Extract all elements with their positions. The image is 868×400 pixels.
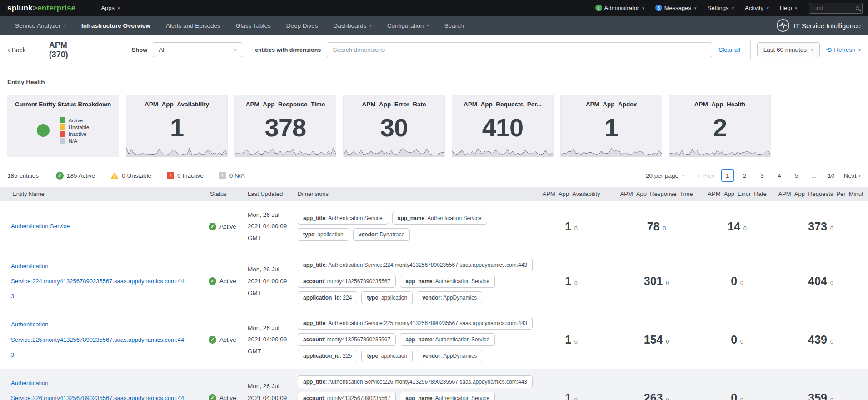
nav-item-configuration[interactable]: Configuration▾ (379, 16, 437, 35)
caret-down-icon: ▾ (694, 6, 697, 10)
entities-total: 185 entities (7, 172, 39, 179)
nav-item-dashboards[interactable]: Dashboards▾ (326, 16, 379, 35)
clear-all-link[interactable]: Clear all (718, 46, 740, 53)
administrator-menu[interactable]: i Administrator▾ (590, 0, 650, 16)
dimension-chip-app_name[interactable]: app_name: Authentication Service (400, 392, 495, 400)
metric-sparkline (235, 144, 336, 157)
page-button-4[interactable]: 4 (773, 169, 786, 182)
metric-value: 1 (565, 391, 571, 400)
apps-menu[interactable]: Apps▾ (95, 0, 125, 16)
chevron-left-icon: ‹ (698, 172, 700, 179)
legend-label: Inactive (69, 131, 87, 137)
refresh-button[interactable]: ⟲ Refresh ▾ (826, 46, 861, 54)
column-header-apm-app-response-time[interactable]: APM_App_Response_Time (612, 190, 701, 197)
entities-with-dimensions-label: entities with dimensions (255, 47, 321, 53)
dimension-chip-vendor[interactable]: vendor: AppDynamics (417, 350, 482, 362)
settings-menu[interactable]: Settings▾ (702, 0, 740, 16)
legend-swatch (60, 138, 65, 144)
nav-item-alerts-and-episodes[interactable]: Alerts and Episodes (158, 16, 228, 35)
metric-card-apm-app-apdex[interactable]: APM_App_Apdex1 (560, 95, 662, 157)
dimension-key: account (303, 278, 324, 285)
last-updated-cell: Mon, 26 Jul 2021 04:00:09 GMT (245, 209, 289, 244)
entity-status-label: Active (219, 278, 236, 285)
dimension-chip-vendor[interactable]: vendor: Dynatrace (353, 228, 410, 241)
search-dimensions-input[interactable] (327, 42, 712, 57)
metric-card-value: 2 (669, 115, 770, 140)
metric-card-apm-app-availability[interactable]: APM_App_Availability1 (126, 95, 228, 157)
prev-page-button[interactable]: ‹ Prev (698, 172, 714, 179)
splunk-logo[interactable]: splunk>enterprise (7, 4, 75, 13)
metric-sub-value: 0 (666, 397, 669, 400)
nav-item-service-analyzer[interactable]: Service Analyzer▾ (7, 16, 74, 35)
entity-link[interactable]: Authentication Service:224:monty41325678… (11, 263, 184, 300)
dimension-chip-application_id[interactable]: application_id: 224 (298, 291, 357, 304)
per-page-dropdown[interactable]: 20 per page ▾ (646, 172, 684, 179)
help-menu[interactable]: Help▾ (774, 0, 803, 16)
status-breakdown-card[interactable]: Current Entity Status Breakdown ActiveUn… (7, 95, 119, 157)
activity-menu[interactable]: Activity▾ (739, 0, 774, 16)
page-button-5[interactable]: 5 (790, 169, 803, 182)
entity-link[interactable]: Authentication Service (11, 223, 70, 230)
messages-menu[interactable]: 3 Messages▾ (650, 0, 702, 16)
back-button[interactable]: ‹ Back (7, 45, 36, 55)
find-search-box[interactable] (809, 3, 863, 14)
page-button-3[interactable]: 3 (756, 169, 768, 182)
column-header-dimensions[interactable]: Dimensions (296, 190, 530, 197)
dimension-chip-application_id[interactable]: application_id: 225 (298, 350, 357, 362)
metric-sub-value: 0 (574, 339, 578, 345)
help-label: Help (780, 5, 792, 11)
divider (120, 40, 120, 60)
dimension-chip-app_name[interactable]: app_name: Authentication Service (392, 212, 487, 225)
metric-card-apm-app-health[interactable]: APM_App_Health2 (669, 95, 771, 157)
nav-item-infrastructure-overview[interactable]: Infrastructure Overview (74, 16, 158, 35)
metric-card-apm-app-requests-per-[interactable]: APM_App_Requests_Per...410 (452, 95, 554, 157)
next-page-button[interactable]: Next › (844, 172, 861, 179)
show-filter-dropdown[interactable]: All ▾ (153, 42, 242, 57)
entity-name-cell: Authentication Service (0, 212, 198, 240)
caret-down-icon: ▾ (732, 6, 734, 10)
nav-item-deep-dives[interactable]: Deep Dives (279, 16, 326, 35)
time-range-dropdown[interactable]: Last 60 minutes ▾ (757, 42, 820, 57)
entity-link[interactable]: Authentication Service:226:monty41325678… (11, 380, 184, 400)
metric-card-apm-app-error-rate[interactable]: APM_App_Error_Rate30 (343, 95, 445, 157)
prev-label: Prev (702, 172, 715, 179)
dimension-chip-account[interactable]: account: monty4132567890235567 (298, 275, 396, 288)
dimension-chip-app_name[interactable]: app_name: Authentication Service (400, 333, 495, 346)
column-header-status[interactable]: Status (198, 190, 245, 197)
back-label: Back (12, 46, 26, 54)
page-title: APM (370) (49, 40, 88, 60)
dimension-chip-app_name[interactable]: app_name: Authentication Service (400, 275, 495, 288)
dimension-chip-app_title[interactable]: app_title: Authentication Service:226:mo… (298, 375, 533, 388)
dimension-chip-type[interactable]: type: application (361, 291, 413, 304)
dimension-chip-app_title[interactable]: app_title: Authentication Service:224:mo… (298, 259, 533, 271)
page-button-10[interactable]: 10 (825, 169, 838, 182)
column-header-apm-app-error-rate[interactable]: APM_App_Error_Rate (701, 190, 773, 197)
metric-card-apm-app-response-time[interactable]: APM_App_Response_Time378 (234, 95, 336, 157)
nav-item-search[interactable]: Search (437, 16, 472, 35)
metric-card-title: APM_App_Response_Time (235, 101, 336, 108)
column-header-apm-app-availability[interactable]: APM_App_Availability (530, 190, 612, 197)
status-badge-label: 0 Unstable (122, 172, 151, 179)
page-button-2[interactable]: 2 (738, 169, 751, 182)
legend-label: Unstable (69, 125, 89, 130)
page-button-1[interactable]: 1 (721, 169, 734, 182)
dimension-chip-type[interactable]: type: application (298, 228, 349, 241)
metric-sparkline (561, 144, 662, 157)
caret-down-icon: ▾ (795, 6, 797, 10)
dimension-chip-type[interactable]: type: application (361, 350, 413, 362)
dimension-chip-account[interactable]: account: monty4132567890235567 (298, 333, 396, 346)
dimension-chip-app_title[interactable]: app_title: Authentication Service:225:mo… (298, 317, 533, 330)
nav-item-glass-tables[interactable]: Glass Tables (228, 16, 279, 35)
table-header-row: Entity NameStatusLast UpdatedDimensionsA… (0, 187, 868, 201)
column-header-entity-name[interactable]: Entity Name (0, 190, 198, 197)
metric-card-title: APM_App_Requests_Per... (452, 101, 553, 108)
dimension-key: vendor (359, 231, 377, 238)
find-input[interactable] (812, 5, 856, 11)
column-header-apm-app-requests-per-minut[interactable]: APM_App_Requests_Per_Minut (773, 190, 868, 197)
dimension-chip-app_title[interactable]: app_title: Authentication Service (298, 212, 388, 225)
app-title[interactable]: IT Service Intelligence (777, 19, 861, 32)
entity-link[interactable]: Authentication Service:225:monty41325678… (11, 321, 184, 358)
dimension-chip-vendor[interactable]: vendor: AppDynamics (417, 291, 482, 304)
dimension-chip-account[interactable]: account: monty4132567890235567 (298, 392, 396, 400)
column-header-last-updated[interactable]: Last Updated (245, 190, 296, 197)
